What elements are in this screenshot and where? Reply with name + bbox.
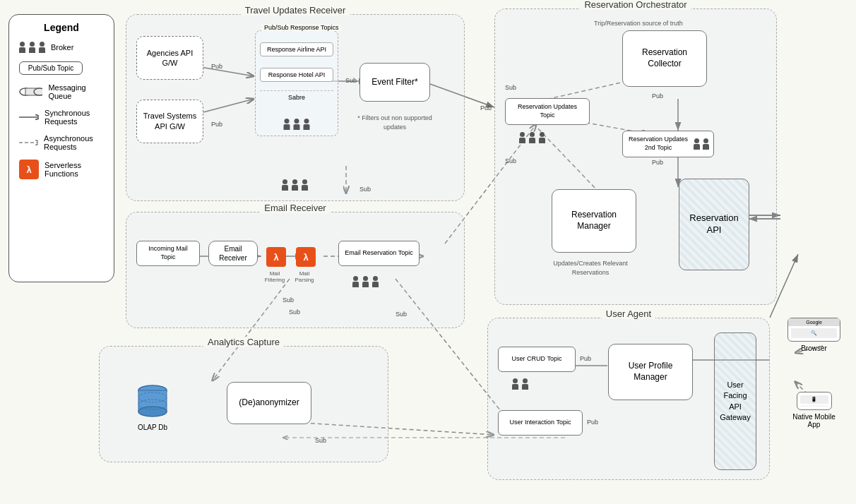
legend-panel: Legend Broker Pub/Sub Topic Messaging Qu… [8, 14, 114, 282]
zone-user-agent-title: User Agent [602, 308, 655, 319]
legend-title: Legend [19, 22, 104, 33]
svg-point-30 [34, 88, 42, 95]
sub-email: Sub [289, 308, 300, 316]
event-filter: Event Filter* [359, 63, 430, 102]
zone-email-receiver: Email Receiver Incoming Mail Topic Email… [126, 212, 465, 328]
zone-analytics-capture: Analytics Capture OLAP Db (De)anonymizer… [99, 346, 388, 462]
sub-res-updates: Sub [505, 84, 516, 91]
sabre-label: Sabre [260, 90, 333, 101]
reservation-manager: Reservation Manager [552, 189, 636, 253]
pub-label-agencies: Pub [211, 63, 222, 70]
agencies-api-gw: Agencies API G/W [136, 36, 203, 80]
user-crud-topic: User CRUD Topic [498, 347, 576, 372]
legend-sync: Synchronous Requests [19, 109, 104, 126]
broker-icon [19, 42, 45, 53]
legend-broker-label: Broker [51, 43, 73, 52]
user-facing-api-gateway: User Facing API Gateway [714, 332, 756, 470]
legend-async: Asynchronous Requests [19, 134, 104, 151]
zone-travel-updates: Travel Updates Receiver Agencies API G/W… [126, 14, 465, 201]
legend-queue-label: Messaging Queue [48, 83, 104, 100]
mail-filtering-lambda: λ [266, 247, 286, 267]
legend-queue: Messaging Queue [19, 83, 104, 100]
legend-pubsub: Pub/Sub Topic [19, 61, 104, 75]
user-profile-manager: User Profile Manager [608, 344, 693, 400]
olap-db: OLAP Db [135, 382, 170, 431]
response-airline-api: Response Airline API [260, 42, 333, 56]
pubsub-topics-container: Pub/Sub Response Topics Response Airline… [255, 30, 338, 136]
mail-parsing-label: Mail Parsing [292, 270, 317, 283]
response-hotel-api: Response Hotel API [260, 68, 333, 82]
sub-analytics: Sub [315, 437, 326, 444]
pub-user-crud: Pub [580, 355, 591, 362]
event-filter-label: Event Filter* [371, 77, 417, 88]
legend-async-label: Asynchronous Requests [44, 134, 104, 151]
zone-reservation-orchestrator-title: Reservation Orchestrator [580, 0, 691, 10]
zone-reservation-orchestrator: Reservation Orchestrator Trip/Reservatio… [494, 8, 777, 305]
pub-event-filter: Pub [480, 104, 492, 112]
olap-db-label: OLAP Db [135, 424, 170, 431]
pub-collector: Pub [652, 92, 663, 100]
mail-parsing-lambda: λ [296, 247, 316, 267]
travel-systems-api-gw: Travel Systems API G/W [136, 100, 203, 143]
zone-travel-updates-title: Travel Updates Receiver [241, 5, 350, 16]
reservation-api: Reservation API [679, 179, 749, 270]
event-filter-note: * Filters out non supported updates [356, 114, 434, 131]
browser-component: Google 🔍 Browser [787, 318, 840, 352]
native-mobile-app-label: Native Mobile App [787, 413, 840, 428]
sync-arrow-icon [19, 112, 39, 122]
travel-broker-icon [282, 179, 308, 191]
updates-creates-annotation: Updates/Creates Relevant Reservations [534, 259, 647, 277]
reservation-updates-2nd-topic: Reservation Updates 2nd Topic [622, 131, 714, 157]
reservation-collector-label: Reservation Collector [627, 47, 702, 69]
pubsub-topic-icon: Pub/Sub Topic [19, 61, 83, 75]
queue-icon [19, 85, 42, 98]
browser-label: Browser [787, 344, 840, 352]
legend-broker: Broker [19, 42, 104, 53]
legend-lambda-label: Serverless Functions [44, 161, 104, 178]
sub-cross-2: Sub [283, 296, 294, 304]
pub-user-interaction: Pub [587, 419, 598, 426]
pub-label-travel: Pub [211, 121, 222, 128]
user-profile-manager-label: User Profile Manager [613, 361, 688, 383]
zone-analytics-capture-title: Analytics Capture [203, 337, 284, 347]
email-broker-icon [352, 276, 379, 287]
user-facing-api-gateway-label: User Facing API Gateway [719, 380, 751, 424]
pubsub-topics-label: Pub/Sub Response Topics [261, 24, 341, 31]
reservation-api-label: Reservation API [684, 212, 744, 236]
deanonymizer-label: (De)anonymizer [239, 397, 299, 409]
lambda-icon: λ [19, 160, 39, 179]
trip-reservation-annotation: Trip/Reservation source of truth [594, 19, 683, 28]
pub-2nd: Pub [652, 159, 663, 166]
reservation-collector: Reservation Collector [622, 30, 707, 87]
legend-sync-label: Synchronous Requests [44, 109, 104, 126]
travel-systems-api-gw-label: Travel Systems API G/W [141, 111, 198, 133]
agencies-api-gw-label: Agencies API G/W [141, 48, 198, 68]
pubsub-label: Pub/Sub Topic [28, 64, 73, 72]
sub-res-updates-2: Sub [505, 157, 516, 164]
diagram-container: Legend Broker Pub/Sub Topic Messaging Qu… [0, 0, 856, 504]
reservation-updates-topic: Reservation Updates Topic [505, 98, 590, 125]
legend-lambda: λ Serverless Functions [19, 160, 104, 179]
incoming-mail-topic: Incoming Mail Topic [136, 241, 200, 266]
user-crud-broker-icon [512, 378, 528, 390]
res-updates-broker-icon [519, 132, 545, 143]
email-reservation-topic: Email Reservation Topic [338, 241, 420, 266]
mail-filtering-label: Mail Filtering [262, 270, 287, 283]
pubsub-broker-icon [284, 119, 310, 130]
email-receiver-comp: Email Receiver [208, 241, 258, 266]
zone-email-receiver-title: Email Receiver [260, 203, 330, 213]
deanonymizer: (De)anonymizer [227, 382, 311, 424]
sub-label-bottom: Sub [359, 186, 371, 193]
res-updates-2nd-broker-icon [694, 138, 709, 150]
async-arrow-icon [19, 138, 38, 148]
sub-label-pubsub: Sub [345, 77, 357, 84]
zone-user-agent: User Agent User CRUD Topic User Interact… [487, 318, 770, 480]
reservation-manager-label: Reservation Manager [557, 210, 631, 232]
native-mobile-app-component: 📱 Native Mobile App [787, 392, 840, 428]
user-interaction-topic: User Interaction Topic [498, 410, 583, 436]
sub-cross-1: Sub [396, 311, 407, 318]
